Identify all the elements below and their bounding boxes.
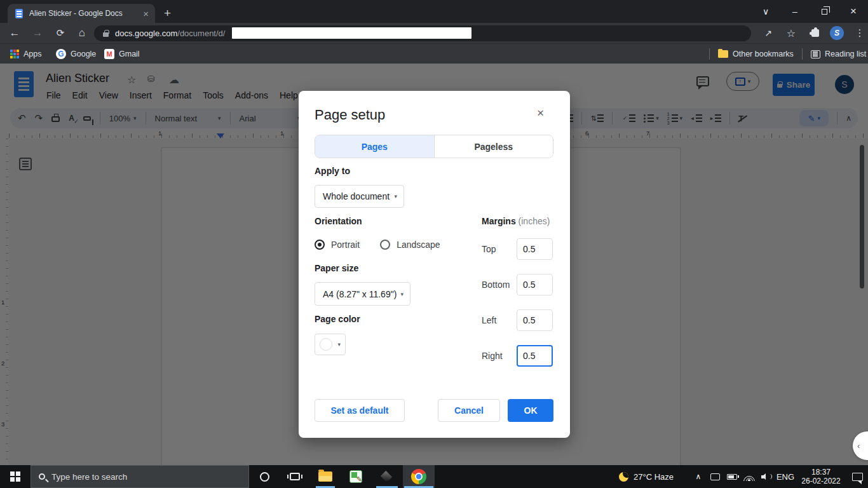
start-button[interactable] bbox=[0, 465, 31, 488]
forward-button[interactable]: → bbox=[29, 23, 46, 43]
other-bookmarks-button[interactable]: Other bookmarks bbox=[718, 44, 794, 64]
bookmark-label: Apps bbox=[24, 50, 42, 58]
set-as-default-button[interactable]: Set as default bbox=[315, 399, 405, 422]
redacted-url-block bbox=[232, 27, 471, 39]
search-icon bbox=[39, 473, 45, 480]
portrait-radio[interactable] bbox=[315, 240, 325, 250]
margin-left-label: Left bbox=[482, 309, 515, 331]
color-swatch bbox=[320, 338, 332, 351]
bookmark-gmail[interactable]: M Gmail bbox=[104, 44, 140, 64]
volume-tray-icon[interactable] bbox=[757, 465, 774, 488]
browser-tab[interactable]: Alien Sticker - Google Docs × bbox=[8, 4, 155, 23]
search-input[interactable] bbox=[51, 472, 229, 482]
chevron-up-icon: ∧ bbox=[696, 472, 702, 481]
orientation-radios: Portrait Landscape bbox=[315, 240, 440, 250]
paper-size-label: Paper size bbox=[315, 263, 358, 273]
task-view-icon bbox=[290, 473, 300, 480]
folder-icon bbox=[718, 50, 728, 58]
apps-grid-icon bbox=[10, 50, 19, 58]
browser-menu-icon[interactable]: ⋮ bbox=[851, 23, 868, 43]
language-indicator[interactable]: ENG bbox=[774, 465, 797, 488]
window-minimize-button[interactable]: – bbox=[780, 0, 810, 23]
bookmark-apps[interactable]: Apps bbox=[10, 44, 42, 64]
dialog-close-icon[interactable]: × bbox=[537, 106, 544, 120]
cortana-icon bbox=[260, 472, 269, 482]
bookmark-google[interactable]: G Google bbox=[56, 44, 96, 64]
lock-icon bbox=[103, 32, 109, 37]
reload-button[interactable]: ⟳ bbox=[52, 23, 69, 43]
home-button[interactable]: ⌂ bbox=[74, 23, 90, 43]
date-label: 26-02-2022 bbox=[801, 477, 840, 485]
margin-bottom-input[interactable] bbox=[517, 274, 553, 295]
margin-right-label: Right bbox=[482, 345, 515, 367]
inkscape-button[interactable] bbox=[371, 465, 402, 488]
tray-expand-button[interactable]: ∧ bbox=[690, 465, 707, 488]
apply-to-value: Whole document bbox=[323, 191, 390, 201]
docs-favicon-icon bbox=[15, 9, 23, 18]
gmail-favicon-icon: M bbox=[104, 49, 114, 59]
taskbar-search[interactable] bbox=[31, 465, 249, 488]
dialog-tabs: Pages Pageless bbox=[315, 135, 553, 158]
paper-size-value: A4 (8.27" x 11.69") bbox=[323, 289, 397, 299]
chevron-left-icon: ‹ bbox=[857, 441, 860, 451]
browser-titlebar: Alien Sticker - Google Docs × + ∨ – × bbox=[0, 0, 868, 23]
margin-top-input[interactable] bbox=[517, 238, 553, 260]
chrome-icon bbox=[411, 469, 426, 484]
time-label: 18:37 bbox=[811, 468, 831, 477]
margin-right-input[interactable] bbox=[517, 345, 553, 367]
restore-icon bbox=[822, 9, 827, 15]
url-host: docs.google.com bbox=[115, 29, 177, 38]
share-page-icon[interactable]: ↗ bbox=[760, 23, 776, 43]
page-setup-dialog: Page setup × Pages Pageless Apply to Who… bbox=[299, 91, 570, 438]
action-center-button[interactable] bbox=[846, 465, 868, 488]
window-restore-button[interactable] bbox=[810, 0, 839, 23]
tab-search-icon[interactable]: ∨ bbox=[751, 0, 780, 23]
margins-label: Margins (inches) bbox=[482, 216, 550, 226]
weather-widget[interactable]: 27°C Haze bbox=[610, 465, 686, 488]
bookmark-star-icon[interactable]: ☆ bbox=[783, 23, 799, 43]
extensions-puzzle-icon[interactable] bbox=[807, 23, 824, 43]
inkscape-icon bbox=[381, 471, 392, 482]
puzzle-icon bbox=[811, 29, 819, 37]
browser-profile-avatar[interactable]: S bbox=[829, 23, 845, 43]
back-button[interactable]: ← bbox=[6, 23, 23, 43]
orientation-label: Orientation bbox=[315, 216, 362, 226]
editor-app-icon bbox=[349, 470, 362, 483]
ok-button[interactable]: OK bbox=[508, 399, 553, 422]
editor-app-button[interactable] bbox=[341, 465, 371, 488]
paper-size-dropdown[interactable]: A4 (8.27" x 11.69") ▾ bbox=[315, 282, 410, 306]
apply-to-dropdown[interactable]: Whole document ▾ bbox=[315, 185, 404, 208]
window-close-button[interactable]: × bbox=[839, 0, 868, 23]
bookmarks-bar: Apps G Google M Gmail Other bookmarks Re… bbox=[0, 43, 868, 64]
margin-bottom-label: Bottom bbox=[482, 274, 515, 295]
landscape-label: Landscape bbox=[397, 240, 440, 250]
margin-left-input[interactable] bbox=[517, 309, 553, 331]
url-path: /document/d/ bbox=[177, 29, 225, 38]
tab-close-icon[interactable]: × bbox=[143, 8, 149, 19]
file-explorer-button[interactable] bbox=[310, 465, 341, 488]
new-tab-button[interactable]: + bbox=[164, 5, 171, 22]
task-view-button[interactable] bbox=[280, 465, 310, 488]
browser-navbar: ← → ⟳ ⌂ docs.google.com /document/d/ ↗ ☆… bbox=[0, 23, 868, 43]
dialog-title: Page setup bbox=[315, 107, 385, 123]
caret-icon: ▾ bbox=[400, 291, 403, 297]
clock[interactable]: 18:37 26-02-2022 bbox=[797, 465, 845, 488]
page-color-dropdown[interactable]: ▾ bbox=[315, 334, 346, 355]
divider bbox=[709, 48, 710, 60]
reading-list-button[interactable]: Reading list bbox=[811, 44, 866, 64]
apply-to-label: Apply to bbox=[315, 166, 350, 176]
tab-pageless[interactable]: Pageless bbox=[435, 135, 553, 158]
chrome-button[interactable] bbox=[403, 465, 435, 488]
wifi-tray-icon[interactable] bbox=[741, 465, 757, 488]
battery-tray-icon[interactable] bbox=[723, 465, 741, 488]
file-explorer-icon bbox=[318, 471, 332, 482]
tab-pages[interactable]: Pages bbox=[315, 135, 435, 158]
landscape-radio[interactable] bbox=[380, 240, 390, 250]
bookmark-label: Google bbox=[71, 50, 96, 58]
taskbar: 27°C Haze ∧ ENG 18:37 26-02-2022 bbox=[0, 465, 868, 488]
notification-icon bbox=[852, 473, 863, 481]
reading-list-label: Reading list bbox=[825, 50, 866, 58]
cancel-button[interactable]: Cancel bbox=[438, 399, 500, 422]
cortana-button[interactable] bbox=[249, 465, 280, 488]
tablet-mode-tray-icon[interactable] bbox=[707, 465, 723, 488]
